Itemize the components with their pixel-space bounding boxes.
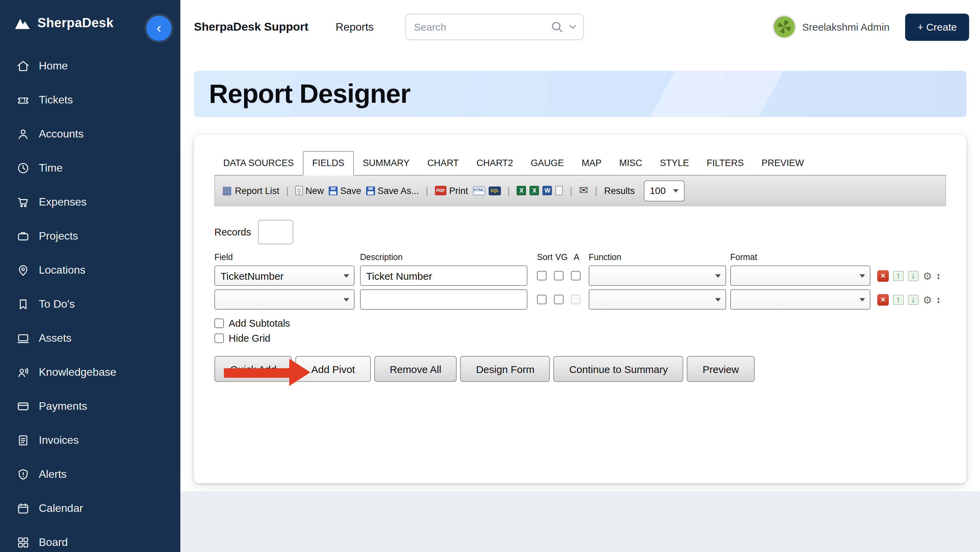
tab-style[interactable]: STYLE — [651, 152, 698, 175]
row-checkboxes — [537, 271, 581, 280]
records-input[interactable] — [258, 220, 293, 244]
sidebar-item-board[interactable]: Board — [0, 525, 180, 552]
search-input[interactable] — [406, 21, 531, 33]
sidebar-collapse-button[interactable]: ‹ — [146, 16, 172, 41]
vg-checkbox[interactable] — [554, 271, 563, 280]
topbar: SherpaDesk Support Reports Sreelakshmi A… — [180, 0, 980, 54]
sidebar-item-calendar[interactable]: Calendar — [0, 492, 180, 525]
tab-gauge[interactable]: GAUGE — [522, 152, 573, 175]
tab-fields[interactable]: FIELDS — [303, 151, 354, 176]
field-select[interactable] — [215, 289, 355, 310]
document-export-icon[interactable] — [556, 186, 563, 195]
email-report-icon[interactable]: ✉ — [579, 185, 588, 196]
a-checkbox[interactable] — [571, 271, 581, 280]
sidebar-item-expenses[interactable]: Expenses — [0, 185, 180, 219]
excel-export-icon[interactable]: X — [517, 186, 527, 195]
ticket-icon — [16, 93, 30, 107]
save-as-button[interactable]: Save As... — [366, 186, 419, 196]
add-subtotals-option[interactable]: Add Subtotals — [215, 318, 290, 329]
sidebar-item-projects[interactable]: Projects — [0, 219, 180, 253]
row-reorder-icon[interactable]: ↕ — [936, 295, 941, 304]
field-row: TicketNumber × ↑ ↓ ⚙ ↕ — [215, 266, 946, 286]
move-row-down-icon[interactable]: ↓ — [908, 294, 919, 305]
page-header-banner: Report Designer — [194, 71, 966, 117]
sidebar-item-assets[interactable]: Assets — [0, 321, 180, 355]
delete-row-icon[interactable]: × — [877, 294, 889, 305]
add-pivot-button[interactable]: Add Pivot — [296, 356, 371, 382]
sidebar-item-knowledgebase[interactable]: Knowledgebase — [0, 355, 180, 389]
row-settings-icon[interactable]: ⚙ — [923, 270, 932, 281]
sidebar-item-label: Time — [39, 162, 63, 174]
tab-misc[interactable]: MISC — [611, 152, 651, 175]
alerts-icon — [16, 468, 30, 481]
sidebar-item-tickets[interactable]: Tickets — [0, 83, 180, 117]
excel-icon[interactable]: X — [530, 186, 539, 195]
new-button[interactable]: New — [295, 186, 324, 196]
report-designer-card: DATA SOURCES FIELDS SUMMARY CHART CHART2… — [194, 135, 966, 483]
sidebar-item-locations[interactable]: Locations — [0, 253, 180, 287]
sidebar-item-label: Board — [39, 536, 68, 549]
sort-checkbox[interactable] — [537, 271, 546, 280]
tab-chart2[interactable]: CHART2 — [468, 152, 522, 175]
search-icon[interactable] — [550, 20, 564, 34]
delete-row-icon[interactable]: × — [877, 270, 889, 282]
company-name[interactable]: SherpaDesk Support — [194, 20, 308, 34]
description-input[interactable] — [360, 266, 527, 286]
pdf-print-icon: PDF — [435, 186, 447, 195]
word-export-icon[interactable]: W — [543, 186, 552, 195]
quick-add-button[interactable]: Quick Add — [215, 356, 292, 382]
tab-preview[interactable]: PREVIEW — [753, 152, 813, 175]
user-name[interactable]: Sreelakshmi Admin — [802, 21, 889, 33]
sidebar-item-accounts[interactable]: Accounts — [0, 117, 180, 151]
design-form-button[interactable]: Design Form — [460, 356, 550, 382]
search-box[interactable] — [405, 14, 584, 40]
move-row-up-icon[interactable]: ↑ — [893, 294, 904, 305]
tab-chart[interactable]: CHART — [418, 152, 468, 175]
continue-to-summary-button[interactable]: Continue to Summary — [554, 356, 684, 382]
tab-data-sources[interactable]: DATA SOURCES — [215, 152, 303, 175]
function-select[interactable] — [589, 266, 726, 286]
avatar[interactable] — [773, 16, 795, 37]
sidebar-item-alerts[interactable]: Alerts — [0, 457, 180, 492]
sidebar-item-time[interactable]: Time — [0, 151, 180, 185]
sidebar-item-todos[interactable]: To Do's — [0, 287, 180, 321]
field-select-value: TicketNumber — [221, 270, 284, 282]
designer-toolbar: ▦ Report List | New Save Save As... | — [215, 176, 946, 206]
print-button[interactable]: PDF Print — [435, 186, 468, 196]
sql-export-icon[interactable]: SQL — [488, 186, 501, 195]
a-checkbox — [571, 295, 581, 304]
locations-icon — [16, 263, 30, 277]
move-row-up-icon[interactable]: ↑ — [893, 270, 904, 281]
tab-map[interactable]: MAP — [573, 152, 611, 175]
hide-grid-label: Hide Grid — [229, 333, 270, 344]
vg-checkbox[interactable] — [554, 295, 563, 304]
row-reorder-icon[interactable]: ↕ — [936, 271, 941, 280]
sidebar-item-home[interactable]: Home — [0, 49, 180, 83]
hide-grid-option[interactable]: Hide Grid — [215, 333, 270, 344]
remove-all-button[interactable]: Remove All — [374, 356, 457, 382]
format-select[interactable] — [730, 266, 870, 286]
description-input[interactable] — [360, 289, 527, 310]
sort-checkbox[interactable] — [537, 295, 546, 304]
add-subtotals-checkbox[interactable] — [215, 318, 224, 328]
sidebar-item-payments[interactable]: Payments — [0, 389, 180, 423]
chevron-down-icon[interactable] — [569, 24, 576, 30]
toolbar-separator: | — [595, 186, 597, 196]
results-count-select[interactable]: 100 — [644, 180, 685, 201]
sidebar-item-invoices[interactable]: Invoices — [0, 423, 180, 457]
create-button[interactable]: + Create — [905, 13, 969, 40]
nav-reports[interactable]: Reports — [336, 21, 374, 33]
tab-summary[interactable]: SUMMARY — [354, 152, 418, 175]
row-settings-icon[interactable]: ⚙ — [923, 294, 932, 305]
tab-filters[interactable]: FILTERS — [698, 152, 753, 175]
field-select[interactable]: TicketNumber — [215, 266, 355, 286]
preview-button[interactable]: Preview — [687, 356, 755, 382]
report-list-button[interactable]: ▦ Report List — [222, 185, 279, 196]
html-export-icon[interactable]: HTML — [473, 186, 485, 195]
sidebar-item-label: To Do's — [39, 298, 75, 310]
hide-grid-checkbox[interactable] — [215, 334, 224, 343]
function-select[interactable] — [589, 289, 726, 310]
format-select[interactable] — [730, 289, 870, 310]
move-row-down-icon[interactable]: ↓ — [908, 270, 919, 281]
save-button[interactable]: Save — [329, 186, 361, 196]
